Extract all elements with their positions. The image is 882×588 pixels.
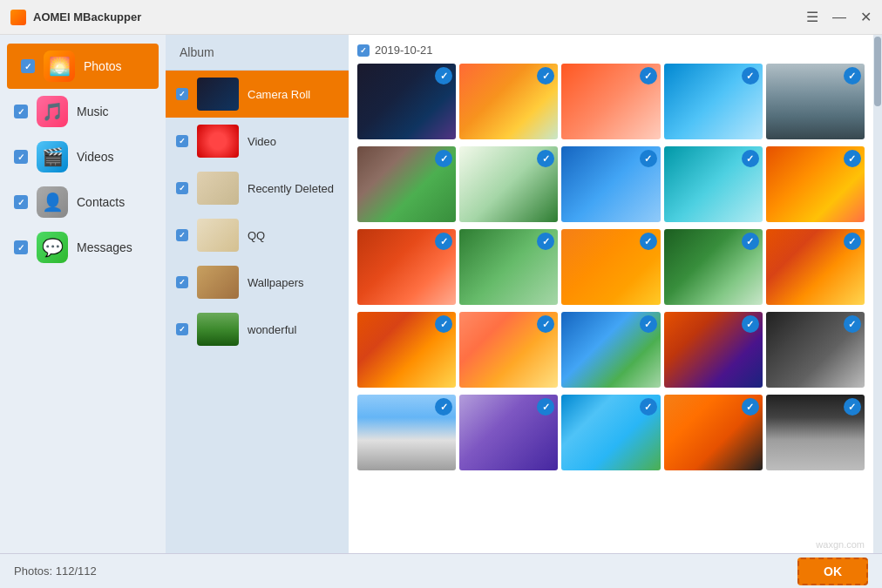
sidebar: 🌅 Photos 🎵 Music 🎬 Videos 👤 Contacts 💬 M… — [0, 35, 166, 553]
music-icon: 🎵 — [37, 96, 68, 127]
close-button[interactable]: ✕ — [860, 10, 872, 24]
photo-check-icon — [640, 233, 657, 250]
menu-icon[interactable]: ☰ — [806, 10, 818, 24]
ok-button[interactable]: OK — [797, 558, 868, 585]
videos-checkbox[interactable] — [14, 150, 28, 164]
scrollbar-thumb[interactable] — [874, 37, 881, 106]
photo-cell[interactable] — [561, 64, 660, 139]
photo-panel: 2019-10-21 — [349, 35, 873, 553]
recently-deleted-label: Recently Deleted — [248, 182, 334, 195]
contacts-icon: 👤 — [37, 186, 68, 218]
photo-check-icon — [742, 398, 759, 416]
photo-cell[interactable] — [664, 395, 763, 470]
photo-check-icon — [742, 315, 759, 333]
video-label: Video — [248, 135, 276, 148]
photo-row-5 — [357, 395, 865, 470]
photo-cell[interactable] — [664, 312, 763, 388]
photo-row-4 — [357, 312, 865, 388]
videos-icon: 🎬 — [37, 141, 68, 172]
recently-deleted-checkbox[interactable] — [176, 182, 188, 194]
video-thumb — [197, 125, 239, 158]
photo-cell[interactable] — [766, 64, 865, 139]
photo-check-icon — [844, 67, 861, 84]
date-label: 2019-10-21 — [375, 44, 433, 57]
camera-roll-thumb — [197, 78, 239, 111]
app-title: AOMEI MBackupper — [33, 10, 141, 24]
wallpapers-label: Wallpapers — [248, 276, 304, 289]
sidebar-item-messages[interactable]: 💬 Messages — [0, 225, 166, 270]
photo-check-icon — [844, 233, 861, 250]
photo-cell[interactable] — [459, 64, 558, 139]
camera-roll-label: Camera Roll — [248, 88, 310, 101]
photo-cell[interactable] — [357, 229, 456, 305]
photo-cell[interactable] — [561, 146, 660, 222]
photo-cell[interactable] — [664, 64, 763, 139]
main-container: 🌅 Photos 🎵 Music 🎬 Videos 👤 Contacts 💬 M… — [0, 35, 882, 553]
album-item-wallpapers[interactable]: Wallpapers — [166, 259, 349, 306]
qq-label: QQ — [248, 229, 265, 242]
photo-cell[interactable] — [459, 395, 558, 470]
album-item-wonderful[interactable]: wonderful — [166, 306, 349, 353]
photos-label: Photos — [84, 59, 122, 73]
wallpapers-checkbox[interactable] — [176, 276, 188, 288]
date-select-all[interactable] — [357, 44, 370, 57]
photo-cell[interactable] — [664, 146, 763, 222]
photo-cell[interactable] — [766, 395, 865, 470]
title-bar: AOMEI MBackupper ☰ — ✕ — [0, 0, 882, 35]
qq-checkbox[interactable] — [176, 229, 188, 241]
album-item-camera-roll[interactable]: Camera Roll — [166, 71, 349, 118]
photo-cell[interactable] — [459, 312, 558, 388]
photo-cell[interactable] — [766, 229, 865, 305]
photo-cell[interactable] — [561, 395, 660, 470]
app-icon — [10, 10, 26, 25]
photo-cell[interactable] — [766, 312, 865, 388]
photo-row-3 — [357, 229, 865, 305]
minimize-button[interactable]: — — [832, 10, 846, 24]
photo-check-icon — [742, 233, 759, 250]
album-item-recently-deleted[interactable]: Recently Deleted — [166, 165, 349, 212]
photo-cell[interactable] — [561, 312, 660, 388]
photo-cell[interactable] — [357, 146, 456, 222]
photo-cell[interactable] — [357, 64, 456, 139]
messages-checkbox[interactable] — [14, 240, 28, 254]
date-header: 2019-10-21 — [357, 44, 865, 57]
status-text: Photos: 112/112 — [14, 564, 97, 578]
music-checkbox[interactable] — [14, 105, 28, 118]
album-item-video[interactable]: Video — [166, 118, 349, 165]
photos-checkbox[interactable] — [21, 59, 35, 73]
watermark: waxgn.com — [816, 539, 865, 550]
window-controls: ☰ — ✕ — [806, 10, 872, 24]
app-title-area: AOMEI MBackupper — [10, 10, 141, 25]
sidebar-item-contacts[interactable]: 👤 Contacts — [0, 179, 166, 225]
messages-label: Messages — [77, 240, 132, 254]
sidebar-item-music[interactable]: 🎵 Music — [0, 89, 166, 134]
wonderful-label: wonderful — [248, 323, 296, 336]
sidebar-item-photos[interactable]: 🌅 Photos — [7, 44, 159, 89]
photo-cell[interactable] — [357, 312, 456, 388]
photo-check-icon — [742, 150, 759, 167]
wonderful-checkbox[interactable] — [176, 323, 188, 335]
camera-roll-checkbox[interactable] — [176, 88, 188, 100]
scrollbar[interactable] — [873, 35, 882, 553]
recently-deleted-thumb — [197, 172, 239, 205]
album-panel: Album Camera Roll Video Recently Deleted… — [166, 35, 349, 553]
photo-cell[interactable] — [459, 229, 558, 305]
contacts-checkbox[interactable] — [14, 195, 28, 209]
photo-cell[interactable] — [561, 229, 660, 305]
photo-cell[interactable] — [766, 146, 865, 222]
photo-cell[interactable] — [357, 395, 456, 470]
wallpapers-thumb — [197, 266, 239, 299]
album-item-qq[interactable]: QQ — [166, 212, 349, 259]
messages-icon: 💬 — [37, 232, 68, 263]
qq-thumb — [197, 219, 239, 252]
photo-row-1 — [357, 64, 865, 139]
bottom-bar: Photos: 112/112 OK — [0, 553, 882, 588]
album-header: Album — [166, 35, 349, 71]
photo-check-icon — [640, 67, 657, 84]
video-checkbox[interactable] — [176, 135, 188, 147]
videos-label: Videos — [77, 150, 114, 164]
sidebar-item-videos[interactable]: 🎬 Videos — [0, 134, 166, 179]
contacts-label: Contacts — [77, 195, 125, 209]
photo-cell[interactable] — [664, 229, 763, 305]
photo-cell[interactable] — [459, 146, 558, 222]
